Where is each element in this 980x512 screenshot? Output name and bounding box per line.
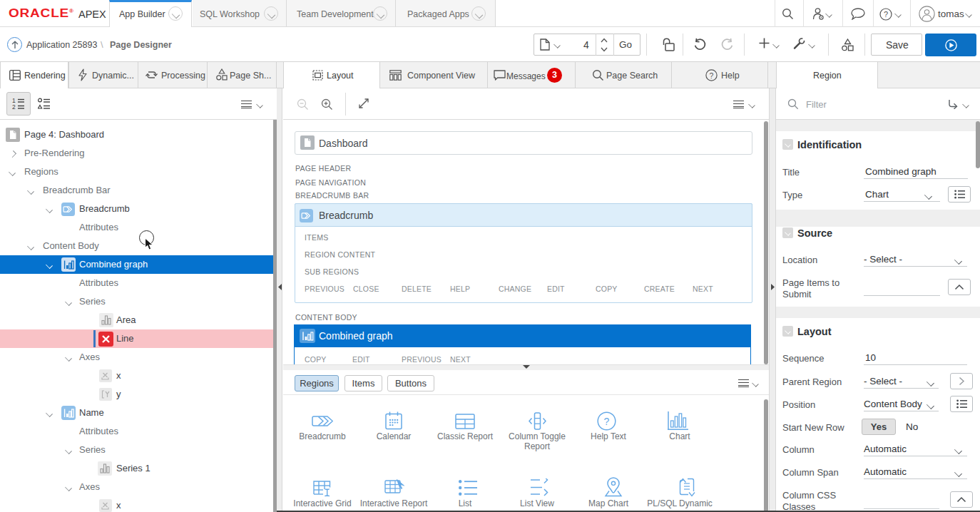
svg-text:?: ? bbox=[710, 71, 714, 80]
svg-text:?: ? bbox=[604, 416, 610, 427]
svg-text:?: ? bbox=[884, 10, 888, 19]
svg-text:2: 2 bbox=[12, 103, 16, 110]
